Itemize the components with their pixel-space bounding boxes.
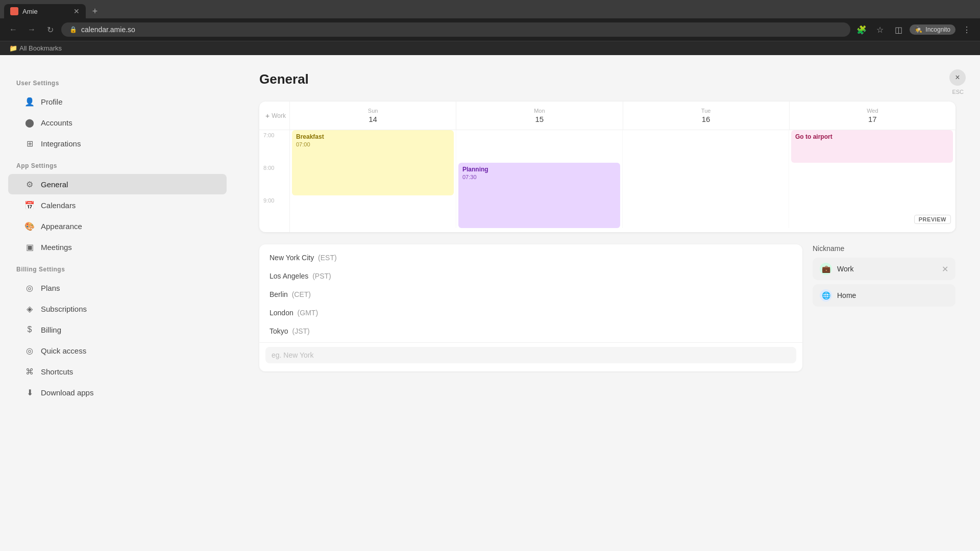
appearance-icon: 🎨	[24, 221, 35, 231]
calendar-day-mon: Mon 15	[456, 102, 623, 130]
browser-chrome: Amie ✕ + ← → ↻ 🔒 calendar.amie.so 🧩 ☆ ◫ …	[0, 0, 980, 55]
accounts-icon: ⬤	[24, 117, 35, 128]
tab-bar: Amie ✕ +	[0, 0, 980, 18]
sidebar-subscriptions-label: Subscriptions	[41, 305, 87, 313]
calendar-corner: + Work	[259, 102, 290, 130]
star-icon[interactable]: ☆	[873, 22, 887, 37]
tab-close-button[interactable]: ✕	[74, 7, 80, 15]
calendar-day-wed: Wed 17	[790, 102, 955, 130]
day-num-16: 16	[627, 115, 785, 123]
browser-toolbar: ← → ↻ 🔒 calendar.amie.so 🧩 ☆ ◫ 🕵 Incogni…	[0, 18, 980, 41]
sidebar-item-meetings[interactable]: ▣ Meetings	[8, 237, 227, 257]
sidebar-appearance-label: Appearance	[41, 222, 82, 231]
profile-icon: 👤	[24, 96, 35, 107]
extensions-icon[interactable]: 🧩	[854, 22, 869, 37]
home-icon: 🌐	[820, 289, 832, 302]
cal-col-mon: Planning 07:30	[456, 130, 623, 228]
sidebar-item-quick-access[interactable]: ◎ Quick access	[8, 340, 227, 361]
forward-button[interactable]: →	[24, 22, 39, 37]
esc-label: ESC	[952, 89, 964, 95]
user-settings-label: User Settings	[0, 71, 235, 91]
sidebar-meetings-label: Meetings	[41, 243, 72, 252]
sidebar-icon[interactable]: ◫	[891, 22, 905, 37]
cal-col-sun: Breakfast 07:00	[290, 130, 456, 228]
address-bar[interactable]: 🔒 calendar.amie.so	[61, 22, 850, 37]
sidebar-item-profile[interactable]: 👤 Profile	[8, 91, 227, 112]
nickname-home-text: Home	[837, 291, 948, 299]
sidebar-plans-label: Plans	[41, 284, 60, 292]
sidebar-item-appearance[interactable]: 🎨 Appearance	[8, 216, 227, 236]
browser-tab-amie[interactable]: Amie ✕	[4, 4, 86, 18]
time-label-7: 7:00	[263, 132, 274, 138]
day-name-mon: Mon	[460, 108, 618, 114]
timezone-section: New York City (EST) Los Angeles (PST) Be…	[259, 244, 955, 371]
timezone-item-london[interactable]: London (GMT)	[259, 304, 802, 322]
calendar-times: 7:00 8:00 9:00	[259, 130, 290, 232]
event-planning[interactable]: Planning 07:30	[458, 163, 620, 228]
page-title: General	[259, 71, 955, 87]
time-slot-7: 7:00	[259, 130, 289, 163]
event-breakfast[interactable]: Breakfast 07:00	[292, 130, 454, 195]
main-content: General × ESC + Work Sun 14 Mon 15 Tue	[235, 55, 980, 551]
time-label-8: 8:00	[263, 165, 274, 171]
incognito-badge: 🕵 Incognito	[910, 24, 955, 35]
nickname-work-remove[interactable]: ✕	[942, 264, 948, 274]
calendar-day-tue: Tue 16	[623, 102, 790, 130]
add-calendar-icon[interactable]: +	[265, 112, 270, 120]
new-tab-button[interactable]: +	[88, 4, 102, 18]
back-button[interactable]: ←	[6, 22, 20, 37]
sidebar-item-shortcuts[interactable]: ⌘ Shortcuts	[8, 361, 227, 382]
day-num-17: 17	[794, 115, 951, 123]
sidebar-item-calendars[interactable]: 📅 Calendars	[8, 195, 227, 215]
menu-button[interactable]: ⋮	[960, 22, 974, 37]
timezone-item-nyc[interactable]: New York City (EST)	[259, 248, 802, 267]
reload-button[interactable]: ↻	[43, 22, 57, 37]
page-content: User Settings 👤 Profile ⬤ Accounts ⊞ Int…	[0, 55, 980, 551]
incognito-icon: 🕵	[915, 26, 922, 33]
calendar-day-sun: Sun 14	[290, 102, 456, 130]
sidebar-shortcuts-label: Shortcuts	[41, 367, 73, 376]
event-airport[interactable]: Go to airport	[791, 130, 953, 163]
sidebar-download-apps-label: Download apps	[41, 388, 93, 397]
nickname-section: Nickname 💼 Work ✕ 🌐 Home	[813, 244, 955, 371]
sidebar-item-subscriptions[interactable]: ◈ Subscriptions	[8, 298, 227, 319]
calendar-work-label: Work	[272, 112, 286, 119]
toolbar-actions: 🧩 ☆ ◫ 🕵 Incognito ⋮	[854, 22, 974, 37]
timezone-item-la[interactable]: Los Angeles (PST)	[259, 267, 802, 285]
sidebar: User Settings 👤 Profile ⬤ Accounts ⊞ Int…	[0, 55, 235, 551]
timezone-search-input[interactable]	[265, 347, 796, 363]
day-num-15: 15	[460, 115, 618, 123]
preview-badge: PREVIEW	[914, 215, 951, 224]
sidebar-item-billing[interactable]: $ Billing	[8, 319, 227, 340]
sidebar-quick-access-label: Quick access	[41, 346, 86, 355]
cal-col-tue	[623, 130, 789, 228]
sidebar-item-general[interactable]: ⚙ General	[8, 174, 227, 194]
tab-title: Amie	[22, 8, 69, 15]
billing-icon: $	[24, 324, 35, 335]
sidebar-item-download-apps[interactable]: ⬇ Download apps	[8, 382, 227, 403]
sidebar-item-integrations[interactable]: ⊞ Integrations	[8, 133, 227, 154]
timezone-input-row	[259, 342, 802, 367]
nickname-item-work[interactable]: 💼 Work ✕	[813, 258, 955, 280]
calendar-header: + Work Sun 14 Mon 15 Tue 16 Wed 17	[259, 102, 955, 130]
nickname-work-text: Work	[837, 265, 937, 273]
sidebar-billing-label: Billing	[41, 325, 61, 334]
timezone-item-berlin[interactable]: Berlin (CET)	[259, 285, 802, 304]
incognito-label: Incognito	[925, 26, 950, 33]
sidebar-item-accounts[interactable]: ⬤ Accounts	[8, 112, 227, 133]
address-text: calendar.amie.so	[81, 26, 135, 34]
general-icon: ⚙	[24, 179, 35, 189]
close-button[interactable]: ×	[949, 69, 966, 86]
tab-favicon	[10, 7, 18, 15]
timezone-item-tokyo[interactable]: Tokyo (JST)	[259, 322, 802, 340]
plans-icon: ◎	[24, 283, 35, 293]
day-name-sun: Sun	[294, 108, 452, 114]
integrations-icon: ⊞	[24, 138, 35, 148]
work-icon: 💼	[820, 263, 832, 275]
breakfast-title: Breakfast	[296, 133, 450, 140]
sidebar-item-plans[interactable]: ◎ Plans	[8, 278, 227, 298]
nickname-item-home[interactable]: 🌐 Home	[813, 284, 955, 307]
airport-title: Go to airport	[795, 133, 949, 140]
sidebar-general-label: General	[41, 180, 68, 189]
all-bookmarks-item[interactable]: 📁 All Bookmarks	[6, 43, 65, 53]
